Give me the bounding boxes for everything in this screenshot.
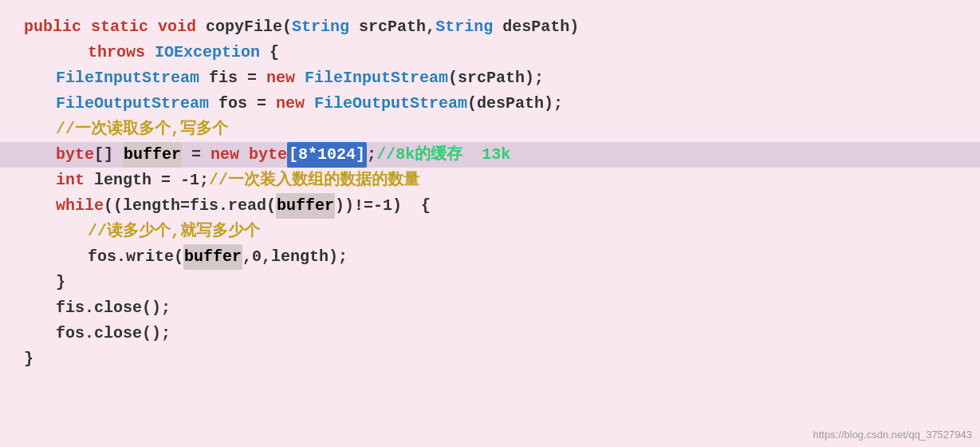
comment-3: //一次装入数组的数据的数量 (209, 168, 419, 193)
comment-2: //8k的缓存 13k (376, 142, 510, 168)
code-line-14: } (24, 346, 956, 372)
code-block: public static void copyFile(String srcPa… (24, 14, 956, 372)
keyword-byte: byte (56, 142, 94, 168)
watermark: https://blog.csdn.net/qq_37527943 (813, 429, 973, 441)
code-line-5: //一次读取多个,写多个 (24, 117, 956, 142)
bracket-value: [8*1024] (287, 142, 367, 168)
comment-4: //读多少个,就写多少个 (88, 219, 260, 244)
var-buffer: buffer (123, 142, 182, 168)
code-line-13: fos.close(); (24, 321, 956, 346)
keyword-new3: new (211, 142, 249, 168)
constructor-fileinputstream: FileInputStream (305, 65, 448, 91)
method-name: copyFile( (206, 14, 292, 40)
keyword-while: while (56, 193, 104, 219)
code-container: public static void copyFile(String srcPa… (0, 0, 980, 447)
comment-1: //一次读取多个,写多个 (56, 117, 228, 142)
code-line-9: //读多少个,就写多少个 (24, 219, 956, 244)
keyword-new: new (266, 65, 305, 91)
code-line-8: while((length=fis.read(buffer))!=-1) { (24, 193, 956, 219)
exception-ioexception: IOException (155, 40, 260, 65)
type-string: String (292, 14, 349, 40)
code-line-1: public static void copyFile(String srcPa… (24, 14, 956, 40)
code-line-3: FileInputStream fis = new FileInputStrea… (24, 65, 956, 91)
code-line-12: fis.close(); (24, 295, 956, 321)
code-line-10: fos.write(buffer,0,length); (24, 244, 956, 270)
keyword-new2: new (276, 91, 314, 117)
keyword-public: public (24, 14, 91, 40)
code-line-2: throws IOException { (24, 40, 956, 65)
keyword-byte2: byte (249, 142, 287, 168)
keyword-int: int (56, 168, 94, 193)
code-line-11: } (24, 270, 956, 295)
keyword-throws: throws (88, 40, 155, 65)
keyword-void: void (158, 14, 206, 40)
code-line-6: byte[] buffer = new byte[8*1024];//8k的缓存… (24, 142, 956, 168)
constructor-fileoutputstream: FileOutputStream (314, 91, 467, 117)
var-buffer-3: buffer (183, 244, 242, 270)
type-fileinputstream: FileInputStream (56, 65, 199, 91)
keyword-static: static (91, 14, 158, 40)
highlighted-line: byte[] buffer = new byte[8*1024];//8k的缓存… (0, 142, 980, 168)
type-string2: String (435, 14, 493, 40)
type-fileoutputstream: FileOutputStream (56, 91, 209, 117)
var-buffer-2: buffer (276, 193, 335, 219)
code-line-7: int length = -1;//一次装入数组的数据的数量 (24, 168, 956, 193)
code-line-4: FileOutputStream fos = new FileOutputStr… (24, 91, 956, 117)
